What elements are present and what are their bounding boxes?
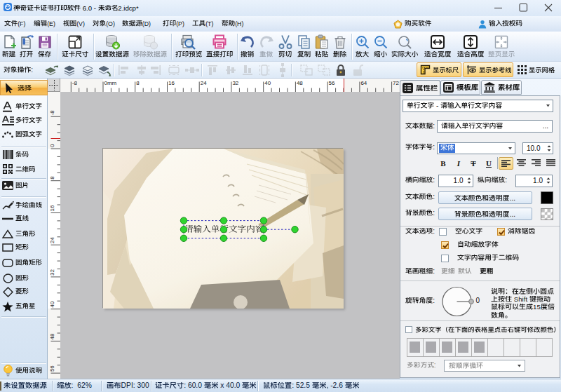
svg-text:0mm: 0mm <box>104 80 117 86</box>
svg-text:72: 72 <box>393 80 399 86</box>
svg-text:48: 48 <box>49 333 55 339</box>
svg-text:64: 64 <box>360 80 367 86</box>
svg-text:32: 32 <box>49 269 55 275</box>
svg-text:-8: -8 <box>49 110 55 116</box>
svg-text:16: 16 <box>168 80 175 86</box>
svg-text:48: 48 <box>297 80 303 86</box>
svg-text:40: 40 <box>264 80 271 86</box>
svg-text:24: 24 <box>201 80 207 86</box>
svg-text:56: 56 <box>49 365 55 372</box>
svg-text:24: 24 <box>49 237 55 243</box>
svg-text:0: 0 <box>49 144 55 147</box>
svg-text:8: 8 <box>136 80 140 86</box>
svg-text:56: 56 <box>329 80 335 86</box>
svg-text:32: 32 <box>232 80 238 86</box>
svg-text:16: 16 <box>49 205 55 211</box>
svg-text:8: 8 <box>49 176 55 180</box>
svg-text:-8: -8 <box>72 80 78 86</box>
svg-text:40: 40 <box>49 301 55 307</box>
